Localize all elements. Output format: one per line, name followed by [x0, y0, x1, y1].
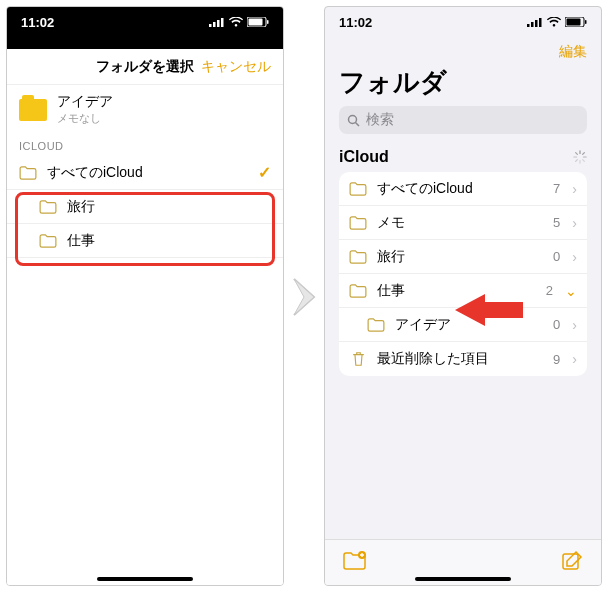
- new-folder-button[interactable]: [343, 551, 367, 575]
- chevron-down-icon: ⌄: [565, 283, 577, 299]
- chevron-right-icon: ›: [572, 351, 577, 367]
- svg-rect-6: [267, 20, 269, 24]
- note-count: 2: [546, 283, 553, 298]
- svg-rect-5: [249, 19, 263, 26]
- signal-icon: [209, 17, 225, 27]
- folder-icon: [367, 318, 385, 332]
- svg-rect-2: [217, 20, 220, 27]
- svg-rect-3: [221, 18, 224, 27]
- home-indicator: [97, 577, 193, 581]
- modal-header: フォルダを選択 キャンセル: [7, 49, 283, 85]
- folder-label: 仕事: [377, 282, 536, 300]
- trash-icon: [349, 351, 367, 367]
- folder-label: すべてのiCloud: [47, 164, 258, 182]
- note-preview: アイデア メモなし: [7, 85, 283, 134]
- search-placeholder: 検索: [366, 111, 394, 129]
- phone-right: 11:02 編集 フォルダ 検索 iCloud すべてのiCloud7›メモ5›…: [324, 6, 602, 586]
- sync-spinner-icon: [573, 150, 587, 164]
- svg-line-15: [356, 122, 360, 126]
- group-label: iCloud: [339, 148, 389, 166]
- svg-rect-13: [585, 20, 587, 24]
- folder-label: 最近削除した項目: [377, 350, 543, 368]
- note-count: 5: [553, 215, 560, 230]
- note-count: 0: [553, 317, 560, 332]
- status-time: 11:02: [21, 15, 54, 30]
- search-input[interactable]: 検索: [339, 106, 587, 134]
- note-count: 7: [553, 181, 560, 196]
- svg-rect-1: [213, 22, 216, 27]
- svg-rect-12: [567, 19, 581, 26]
- check-icon: ✓: [258, 163, 271, 182]
- svg-rect-0: [209, 24, 212, 27]
- folder-label: 旅行: [377, 248, 543, 266]
- chevron-right-icon: ›: [572, 249, 577, 265]
- svg-line-23: [583, 153, 585, 155]
- svg-rect-7: [527, 24, 530, 27]
- note-count: 0: [553, 249, 560, 264]
- folder-label: メモ: [377, 214, 543, 232]
- home-indicator: [415, 577, 511, 581]
- note-count: 9: [553, 352, 560, 367]
- folder-icon: [349, 284, 367, 298]
- chevron-right-icon: ›: [572, 215, 577, 231]
- battery-icon: [247, 17, 269, 27]
- folder-label: すべてのiCloud: [377, 180, 543, 198]
- folder-row[interactable]: すべてのiCloud7›: [339, 172, 587, 206]
- folder-row[interactable]: 仕事2⌄: [339, 274, 587, 308]
- wifi-icon: [229, 17, 243, 27]
- folder-row[interactable]: アイデア0›: [339, 308, 587, 342]
- page-title: フォルダ: [325, 63, 601, 106]
- status-bar: 11:02: [7, 7, 283, 37]
- svg-line-21: [583, 160, 585, 162]
- folder-label: アイデア: [395, 316, 543, 334]
- status-icons: [527, 17, 587, 27]
- section-label: ICLOUD: [7, 134, 283, 156]
- nav-header: 編集: [325, 37, 601, 63]
- svg-rect-10: [539, 18, 542, 27]
- folder-icon: [39, 200, 57, 214]
- folder-row-travel[interactable]: 旅行: [7, 190, 283, 224]
- signal-icon: [527, 17, 543, 27]
- phone-left: 11:02 フォルダを選択 キャンセル アイデア メモなし ICLOUD すべて…: [6, 6, 284, 586]
- folder-list: すべてのiCloud7›メモ5›旅行0›仕事2⌄アイデア0›最近削除した項目9›: [339, 172, 587, 376]
- search-icon: [347, 114, 360, 127]
- svg-point-14: [349, 115, 357, 123]
- note-title: アイデア: [57, 93, 113, 111]
- folder-icon: [349, 216, 367, 230]
- folder-icon: [349, 182, 367, 196]
- edit-button[interactable]: 編集: [559, 43, 587, 61]
- cancel-button[interactable]: キャンセル: [201, 58, 271, 76]
- folder-row[interactable]: メモ5›: [339, 206, 587, 240]
- chevron-right-icon: ›: [572, 317, 577, 333]
- transition-arrow-icon: [290, 275, 324, 323]
- folder-icon: [19, 166, 37, 180]
- wifi-icon: [547, 17, 561, 27]
- note-icon: [19, 99, 47, 121]
- battery-icon: [565, 17, 587, 27]
- status-bar: 11:02: [325, 7, 601, 37]
- folder-icon: [349, 250, 367, 264]
- status-icons: [209, 17, 269, 27]
- folder-group: iCloud すべてのiCloud7›メモ5›旅行0›仕事2⌄アイデア0›最近削…: [339, 144, 587, 376]
- folder-label: 仕事: [67, 232, 271, 250]
- svg-line-22: [576, 160, 578, 162]
- modal-title: フォルダを選択: [96, 58, 194, 76]
- status-time: 11:02: [339, 15, 372, 30]
- new-note-button[interactable]: [561, 550, 583, 576]
- folder-row-all-icloud[interactable]: すべてのiCloud ✓: [7, 156, 283, 190]
- folder-label: 旅行: [67, 198, 271, 216]
- group-header: iCloud: [339, 144, 587, 172]
- svg-line-20: [576, 153, 578, 155]
- move-note-modal: フォルダを選択 キャンセル アイデア メモなし ICLOUD すべてのiClou…: [7, 49, 283, 585]
- note-subtitle: メモなし: [57, 111, 113, 126]
- chevron-right-icon: ›: [572, 181, 577, 197]
- svg-rect-8: [531, 22, 534, 27]
- svg-rect-9: [535, 20, 538, 27]
- folder-row-work[interactable]: 仕事: [7, 224, 283, 258]
- folder-row[interactable]: 旅行0›: [339, 240, 587, 274]
- folder-row[interactable]: 最近削除した項目9›: [339, 342, 587, 376]
- folder-icon: [39, 234, 57, 248]
